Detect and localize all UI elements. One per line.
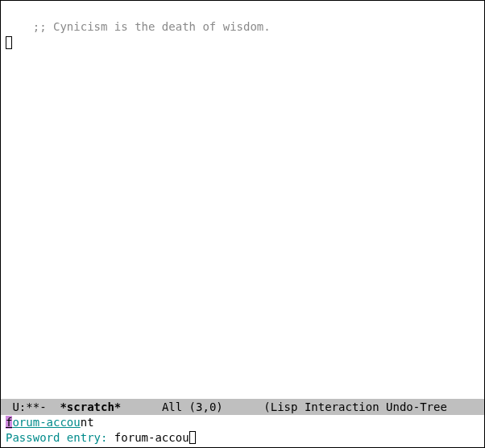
completion-rest: nt bbox=[81, 416, 94, 429]
minibuf-cursor bbox=[189, 431, 196, 444]
modeline-buffer-name: *scratch* bbox=[60, 400, 121, 413]
emacs-frame: ;; Cynicism is the death of wisdom. U:**… bbox=[0, 0, 485, 448]
scratch-buffer[interactable]: ;; Cynicism is the death of wisdom. bbox=[1, 1, 484, 399]
modeline-gap bbox=[121, 400, 162, 413]
modeline-position: All (3,0) bbox=[162, 400, 223, 413]
buffer-comment-line: ;; Cynicism is the death of wisdom. bbox=[33, 20, 271, 33]
completion-match: orum-accou bbox=[12, 416, 80, 429]
modeline-modes: (Lisp Interaction Undo-Tree bbox=[263, 400, 447, 413]
mode-line[interactable]: U:**- *scratch* All (3,0) (Lisp Interact… bbox=[1, 399, 484, 415]
minibuf-completion-line: forum-account bbox=[6, 415, 479, 430]
modeline-status: U:**- bbox=[6, 400, 60, 413]
minibuffer[interactable]: forum-account Password entry: forum-acco… bbox=[1, 415, 484, 447]
minibuf-prompt-line[interactable]: Password entry: forum-accou bbox=[6, 430, 479, 446]
buffer-cursor bbox=[6, 36, 12, 49]
minibuf-input[interactable]: forum-accou bbox=[114, 431, 189, 444]
minibuf-prompt: Password entry: bbox=[6, 431, 114, 444]
modeline-gap2 bbox=[223, 400, 264, 413]
